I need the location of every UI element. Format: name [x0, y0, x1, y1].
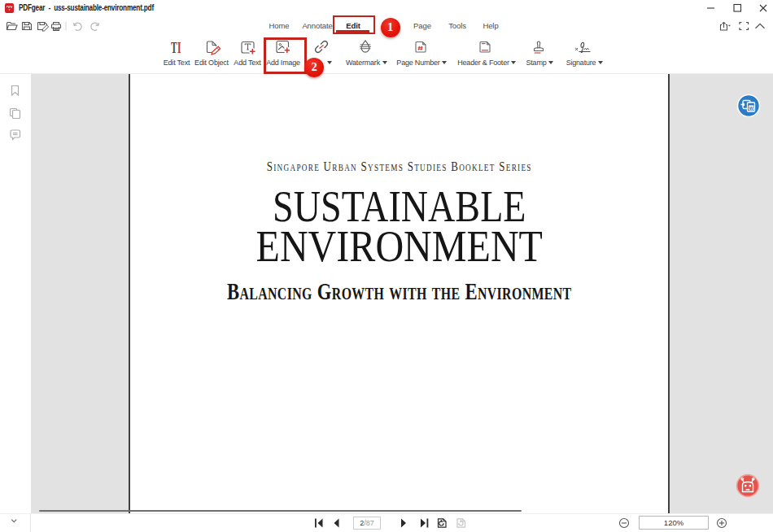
svg-text:W: W [749, 106, 754, 111]
